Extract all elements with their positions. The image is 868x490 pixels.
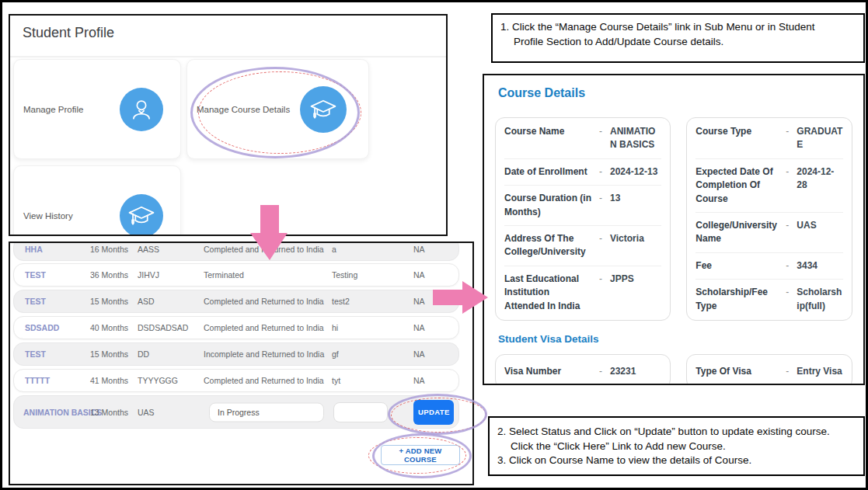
course-name-link[interactable]: TTTTT <box>25 376 50 385</box>
field-label: Date of Enrollment <box>504 165 591 179</box>
field-label: Expected Date Of Completion Of Course <box>695 165 778 206</box>
instruction-line: 2. Select Status and Click on “Update” b… <box>497 425 860 440</box>
field-label: Type Of Visa <box>695 365 778 378</box>
graduation-cap-icon <box>120 194 163 237</box>
field-value: UAS <box>797 219 843 246</box>
field-label: Address Of The College/University <box>504 232 591 259</box>
field-value: Entry Visa <box>797 365 843 378</box>
college-name: AASS <box>138 245 159 254</box>
course-remark: a <box>332 245 336 254</box>
instruction-line: Click the “Click Here” Link to Add new C… <box>497 440 860 454</box>
add-new-course-button[interactable]: + ADD NEW COURSE <box>381 445 460 465</box>
page-title: Student Profile <box>23 25 114 41</box>
update-button[interactable]: UPDATE <box>413 400 454 425</box>
visa-value: NA <box>413 323 425 332</box>
course-name-link[interactable]: TEST <box>25 349 46 359</box>
field-value: 23231 <box>610 365 661 378</box>
course-duration: 36 Months <box>90 270 128 280</box>
student-visa-details-title: Student Visa Details <box>498 333 852 345</box>
course-remark: tyt <box>332 376 340 385</box>
field-value: JPPS <box>610 273 661 313</box>
person-icon <box>120 88 163 131</box>
field-row: Date of Enrollment - 2024-12-13 <box>504 158 661 185</box>
field-dash: - <box>778 125 797 152</box>
course-remark: gf <box>332 349 339 359</box>
field-value: 3434 <box>797 259 843 273</box>
course-duration: 13 Months <box>90 408 128 417</box>
table-row: TEST 15 Months DD Incomplete and Returne… <box>13 342 459 366</box>
divider <box>10 56 446 57</box>
field-row: Fee - 3434 <box>695 252 843 279</box>
field-dash: - <box>591 125 610 152</box>
field-value: Scholarship(full) <box>797 286 843 313</box>
field-value: GRADUATE <box>797 125 843 152</box>
card-manage-profile[interactable]: Manage Profile <box>13 59 181 159</box>
visa-cards: Visa Number - 23231 Type Of Visa - Entry… <box>495 354 852 385</box>
course-remark: Testing <box>332 270 357 280</box>
visa-value: NA <box>413 376 425 385</box>
table-row-editable: ANIMATION BASICS 13 Months UAS In Progre… <box>13 395 459 429</box>
field-value: ANIMATION BASICS <box>610 125 661 152</box>
field-dash: - <box>778 286 797 313</box>
field-label: Scholarship/Fee Type <box>695 286 778 313</box>
field-label: Course Type <box>695 125 778 152</box>
field-dash: - <box>591 192 610 219</box>
course-name-link[interactable]: SDSADD <box>25 323 59 332</box>
course-list-panel: HHA 16 Months AASS Completed and Returne… <box>9 242 474 485</box>
card-label: Manage Profile <box>23 105 83 114</box>
field-value: Victoria <box>610 232 661 259</box>
course-details-title: Course Details <box>498 86 852 100</box>
field-dash: - <box>591 273 610 313</box>
field-dash: - <box>778 365 797 378</box>
status-select[interactable]: In Progress <box>209 402 324 422</box>
card-manage-course-details[interactable]: Manage Course Details <box>186 59 369 159</box>
instruction-line: 3. Click on Course Name to view the deta… <box>497 454 860 468</box>
card-label: Manage Course Details <box>197 105 290 114</box>
card-view-history[interactable]: View History <box>13 165 181 236</box>
field-row: Address Of The College/University - Vict… <box>504 225 661 266</box>
annotation-arrow-right-icon <box>433 280 489 315</box>
field-row: Visa Number - 23231 <box>504 356 661 385</box>
course-duration: 41 Months <box>90 376 128 385</box>
visa-value: NA <box>413 349 425 359</box>
field-label: Last Educational Institution Attended In… <box>504 273 591 313</box>
remarks-input[interactable] <box>333 402 388 422</box>
card-label: View History <box>23 211 73 221</box>
course-remark: hi <box>332 323 338 332</box>
field-row: College/University Name - UAS <box>695 212 843 252</box>
table-row: TEST 15 Months ASD Completed and Returne… <box>13 290 459 313</box>
field-value: 2024-12-28 <box>797 165 843 206</box>
field-label: Course Duration (in Months) <box>504 192 591 219</box>
screenshot-root: Student Profile Manage Profile Manage Co… <box>0 0 868 490</box>
college-name: ASD <box>138 297 155 306</box>
course-status: Terminated <box>204 270 244 280</box>
table-row: HHA 16 Months AASS Completed and Returne… <box>13 242 459 261</box>
course-details-cards: Course Name - ANIMATION BASICS Date of E… <box>495 117 852 321</box>
course-duration: 15 Months <box>90 297 128 306</box>
instruction-line: Profile Section to Add/Update Course det… <box>500 35 860 50</box>
instruction-box-1: 1. Click the “Manage Course Details” lin… <box>491 13 865 63</box>
college-name: DD <box>138 349 149 359</box>
field-row: Course Duration (in Months) - 13 <box>504 185 661 225</box>
course-details-card-left: Course Name - ANIMATION BASICS Date of E… <box>495 117 671 321</box>
course-name-link[interactable]: HHA <box>25 245 43 254</box>
visa-value: NA <box>413 297 425 306</box>
field-value: 2024-12-13 <box>610 165 661 179</box>
course-status: Completed and Returned to India <box>204 297 324 306</box>
visa-card-left: Visa Number - 23231 <box>495 354 671 385</box>
course-duration: 16 Months <box>90 245 128 254</box>
field-label: College/University Name <box>695 219 778 246</box>
college-name: JIHVJ <box>138 270 159 280</box>
table-row: TTTTT 41 Months TYYYGGG Completed and Re… <box>13 369 459 392</box>
field-row: Course Name - ANIMATION BASICS <box>504 119 661 158</box>
table-row: SDSADD 40 Months DSDSADSAD Completed and… <box>13 316 459 339</box>
course-status: Completed and Returned to India <box>204 376 324 385</box>
course-remark: test2 <box>332 297 350 306</box>
instruction-line: 1. Click the “Manage Course Details” lin… <box>500 20 860 35</box>
course-name-link[interactable]: TEST <box>25 297 46 306</box>
field-dash: - <box>778 259 797 273</box>
field-dash: - <box>778 165 797 206</box>
student-profile-panel: Student Profile Manage Profile Manage Co… <box>9 14 448 236</box>
field-dash: - <box>591 365 610 378</box>
course-name-link[interactable]: TEST <box>25 270 46 280</box>
